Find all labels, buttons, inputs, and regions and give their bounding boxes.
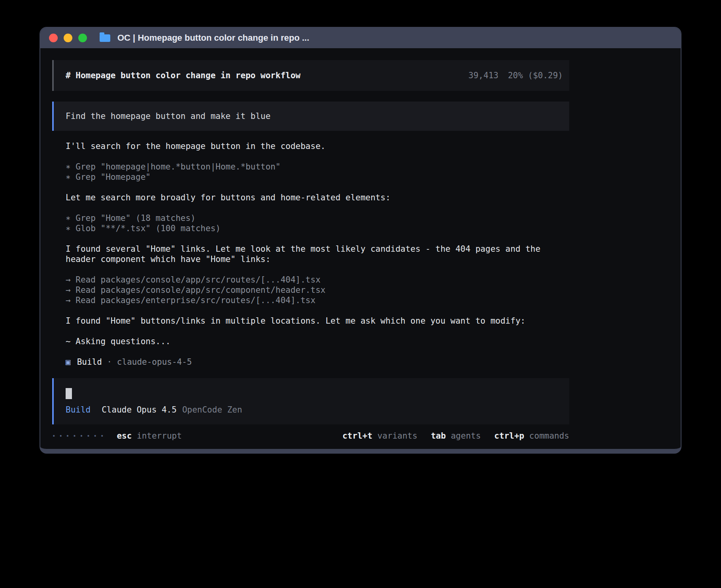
agents-hint: tab agents (431, 431, 481, 441)
terminal-window: OC | Homepage button color change in rep… (40, 27, 681, 454)
tool-call-grep: ∗ Grep "Homepage" (66, 172, 556, 182)
context-usage: 20% ($0.29) (508, 71, 563, 80)
window-title: OC | Homepage button color change in rep… (117, 33, 309, 43)
tool-call-read: → Read packages/console/app/src/routes/[… (66, 275, 556, 285)
esc-key: esc (117, 431, 132, 441)
interrupt-label: interrupt (137, 431, 182, 441)
desktop: { "window": { "title": "OC | Homepage bu… (0, 0, 721, 588)
tool-call-read: → Read packages/enterprise/src/routes/[.… (66, 295, 556, 305)
assistant-text: Let me search more broadly for buttons a… (66, 192, 556, 203)
tool-call-read: → Read packages/console/app/src/componen… (66, 285, 556, 295)
agent-model: claude-opus-4-5 (117, 357, 192, 367)
mode-indicator[interactable]: Build (66, 405, 91, 415)
minimize-button[interactable] (64, 34, 72, 42)
assistant-text: I found several "Home" links. Let me loo… (66, 244, 556, 264)
input-meta: BuildClaude Opus 4.5OpenCode Zen (66, 405, 563, 415)
agent-name: Build (77, 357, 102, 367)
provider-name: OpenCode Zen (182, 405, 242, 415)
assistant-text: I found "Home" buttons/links in multiple… (66, 316, 556, 326)
prompt-input[interactable]: BuildClaude Opus 4.5OpenCode Zen (52, 378, 569, 424)
zoom-button[interactable] (78, 34, 87, 42)
folder-icon (100, 34, 110, 42)
activity-status: ~ Asking questions... (66, 336, 556, 347)
traffic-lights (49, 34, 87, 42)
spinner-dots-icon: •••••••• (52, 431, 107, 441)
session-meta: 39,41320% ($0.29) (468, 70, 563, 81)
session-title: # Homepage button color change in repo w… (66, 70, 300, 81)
agent-indicator: ▣Build · claude-opus-4-5 (66, 357, 563, 367)
close-button[interactable] (49, 34, 58, 42)
interrupt-hint: esc interrupt (117, 431, 181, 441)
status-bar: •••••••• esc interrupt ctrl+t variants t… (52, 431, 569, 441)
tool-call-grep: ∗ Grep "Home" (18 matches) (66, 213, 556, 223)
agent-icon: ▣ (66, 357, 71, 367)
assistant-text: I'll search for the homepage button in t… (66, 141, 556, 151)
model-name: Claude Opus 4.5 (102, 405, 177, 415)
session-header: # Homepage button color change in repo w… (52, 60, 569, 91)
agent-separator: · (107, 357, 112, 367)
terminal-content: # Homepage button color change in repo w… (52, 60, 569, 441)
variants-hint: ctrl+t variants (342, 431, 417, 441)
tool-call-glob: ∗ Glob "**/*.tsx" (100 matches) (66, 223, 556, 234)
tool-call-grep: ∗ Grep "homepage|home.*button|Home.*butt… (66, 162, 556, 172)
user-message: Find the homepage button and make it blu… (52, 102, 569, 131)
commands-hint: ctrl+p commands (494, 431, 569, 441)
titlebar[interactable]: OC | Homepage button color change in rep… (40, 28, 681, 48)
token-count: 39,413 (468, 71, 498, 80)
text-cursor (66, 388, 72, 399)
